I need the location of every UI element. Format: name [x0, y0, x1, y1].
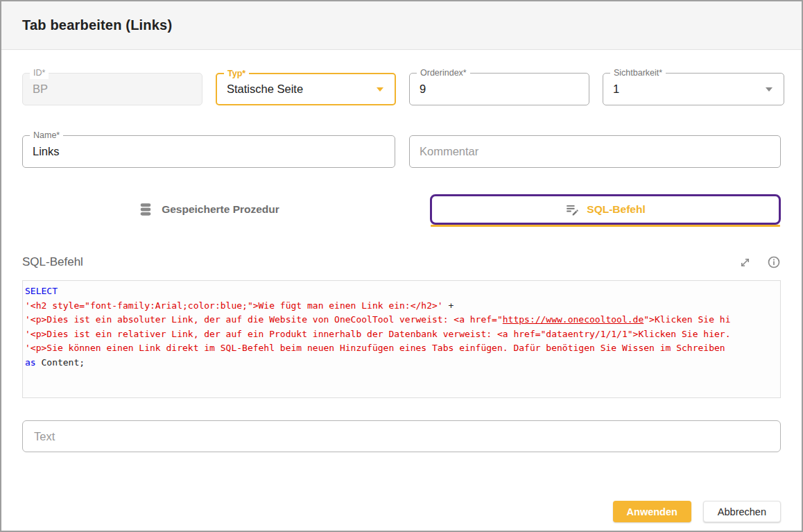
dialog-title: Tab bearbeiten (Links)	[22, 17, 172, 33]
edit-tab-dialog: Tab bearbeiten (Links) ID* Typ* Statisch…	[0, 0, 803, 532]
cancel-button[interactable]: Abbrechen	[703, 501, 781, 522]
chevron-down-icon	[377, 87, 383, 92]
chevron-down-icon	[766, 87, 772, 92]
kommentar-input[interactable]	[410, 145, 780, 158]
sichtbarkeit-select-label: Sichtbarkeit*	[610, 67, 666, 79]
sichtbarkeit-select-value: 1	[603, 83, 766, 96]
id-field-label: ID*	[30, 67, 49, 79]
kommentar-field[interactable]	[409, 135, 781, 168]
database-icon	[138, 202, 153, 217]
typ-select-value: Statische Seite	[217, 83, 377, 96]
orderindex-field-label: Orderindex*	[417, 67, 470, 79]
sql-section-header: SQL-Befehl	[22, 255, 781, 269]
dialog-header: Tab bearbeiten (Links)	[1, 1, 802, 50]
text-input[interactable]	[22, 420, 781, 452]
orderindex-field[interactable]: Orderindex*	[409, 73, 589, 105]
sql-code[interactable]: SELECT'<h2 style="font-family:Arial;colo…	[22, 280, 781, 398]
form-row-1: ID* Typ* Statische Seite Orderindex* Sic…	[22, 73, 781, 105]
apply-button[interactable]: Anwenden	[613, 501, 691, 522]
stored-procedure-label: Gespeicherte Prozedur	[162, 203, 279, 216]
orderindex-input[interactable]	[410, 83, 589, 96]
name-field[interactable]: Name*	[22, 135, 395, 168]
dialog-body: ID* Typ* Statische Seite Orderindex* Sic…	[1, 73, 802, 522]
stored-procedure-toggle[interactable]: Gespeicherte Prozedur	[22, 194, 395, 225]
source-type-toggle: Gespeicherte Prozedur SQL-Befehl	[22, 194, 781, 225]
info-icon[interactable]	[767, 255, 781, 269]
typ-select-label: Typ*	[224, 68, 249, 80]
playlist-edit-icon	[565, 203, 580, 217]
sql-command-label: SQL-Befehl	[587, 203, 645, 216]
sql-command-toggle[interactable]: SQL-Befehl	[430, 194, 781, 225]
sql-command-toggle-wrap: SQL-Befehl	[430, 194, 781, 225]
name-input[interactable]	[23, 145, 395, 158]
sichtbarkeit-select[interactable]: Sichtbarkeit* 1	[603, 73, 784, 105]
dialog-actions: Anwenden Abbrechen	[22, 501, 781, 522]
typ-select[interactable]: Typ* Statische Seite	[216, 73, 396, 105]
name-field-label: Name*	[30, 130, 63, 141]
form-row-2: Name*	[22, 135, 781, 168]
id-input	[23, 83, 202, 96]
expand-icon[interactable]	[739, 256, 752, 269]
id-field: ID*	[22, 73, 202, 105]
sql-section-title: SQL-Befehl	[22, 255, 83, 269]
active-tab-indicator	[431, 225, 780, 227]
